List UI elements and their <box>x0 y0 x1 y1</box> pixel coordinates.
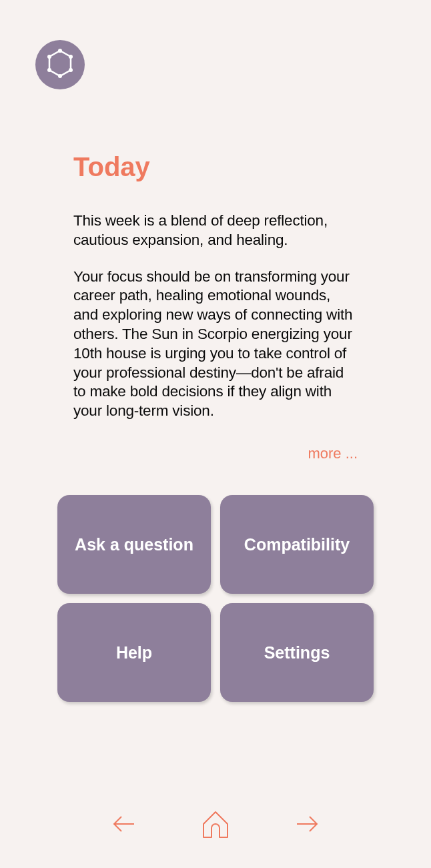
svg-point-4 <box>58 74 62 78</box>
svg-point-1 <box>58 49 62 53</box>
action-tiles-grid: Ask a question Compatibility Help Settin… <box>57 495 374 702</box>
main-content: Today This week is a blend of deep refle… <box>73 152 358 462</box>
page-title: Today <box>73 152 358 182</box>
svg-point-6 <box>47 55 51 59</box>
tile-label: Ask a question <box>75 535 193 554</box>
arrow-left-icon <box>112 815 136 836</box>
tile-label: Settings <box>264 643 330 663</box>
bottom-navigation <box>0 809 431 841</box>
tile-label: Compatibility <box>244 535 350 554</box>
horoscope-intro: This week is a blend of deep reflection,… <box>73 211 358 250</box>
nav-forward-button[interactable] <box>295 815 319 836</box>
svg-marker-0 <box>49 51 71 76</box>
home-icon <box>199 809 232 841</box>
svg-point-3 <box>69 68 73 72</box>
ask-question-button[interactable]: Ask a question <box>57 495 211 594</box>
svg-point-2 <box>69 55 73 59</box>
nav-back-button[interactable] <box>112 815 136 836</box>
compatibility-button[interactable]: Compatibility <box>220 495 374 594</box>
more-link[interactable]: more ... <box>73 445 358 462</box>
app-logo-badge[interactable] <box>35 40 85 89</box>
settings-button[interactable]: Settings <box>220 603 374 702</box>
help-button[interactable]: Help <box>57 603 211 702</box>
tile-label: Help <box>116 643 152 663</box>
arrow-right-icon <box>295 815 319 836</box>
horoscope-body: Your focus should be on transforming you… <box>73 268 358 421</box>
hexagon-nodes-icon <box>45 48 75 81</box>
svg-point-5 <box>47 68 51 72</box>
nav-home-button[interactable] <box>199 809 232 841</box>
